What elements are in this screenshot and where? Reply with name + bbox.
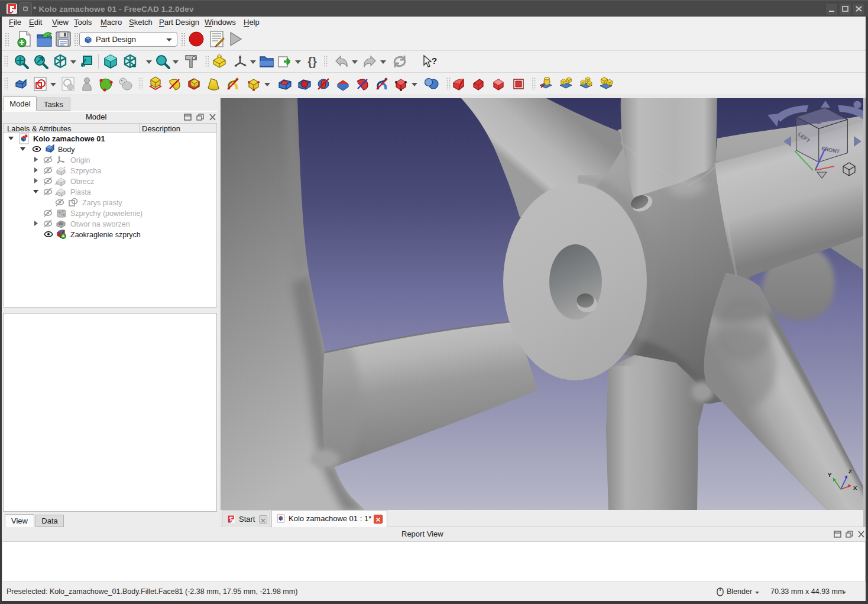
svg-text:Kolo zamachowe 01: Kolo zamachowe 01 [33,134,105,143]
svg-text:Szprycha: Szprycha [70,167,101,175]
svg-text:Origin: Origin [70,156,90,164]
svg-text:Y: Y [828,471,832,478]
svg-text:Zarys piasty: Zarys piasty [82,199,122,207]
svg-text:{}: {} [307,55,317,68]
svg-text:Obrecz: Obrecz [70,177,94,186]
svg-text:?: ? [432,56,437,66]
svg-text:Szprychy (powielenie): Szprychy (powielenie) [70,209,142,218]
svg-text:Otwor na sworzen: Otwor na sworzen [70,220,130,228]
svg-text:Piasta: Piasta [70,188,91,196]
svg-text:X: X [853,485,857,491]
svg-text:Body: Body [58,146,75,154]
svg-text:Z: Z [848,468,852,474]
svg-text:Zaokraglenie szprych: Zaokraglenie szprych [70,231,141,239]
